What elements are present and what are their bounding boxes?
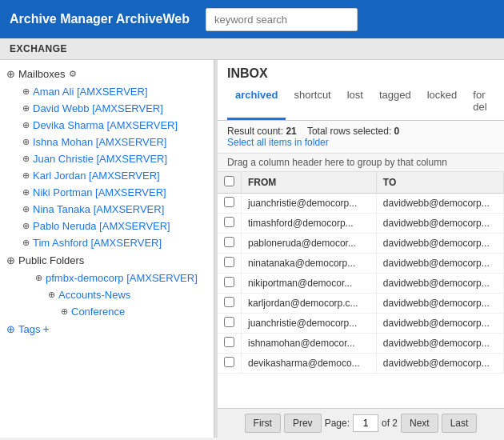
sidebar-item-amanali[interactable]: ⊕ Aman Ali [AMXSERVER] [0, 83, 214, 100]
table-row[interactable]: pabloneruda@democor... davidwebb@democor… [218, 234, 504, 254]
sidebar-item-juanchristie[interactable]: ⊕ Juan Christie [AMXSERVER] [0, 150, 214, 167]
content-area: INBOX archived shortcut lost tagged lock… [218, 60, 504, 438]
row-to: davidwebb@democorp... [376, 194, 503, 214]
circle-plus-icon: ⊕ [22, 103, 30, 114]
row-checkbox[interactable] [224, 237, 234, 247]
table-row[interactable]: nikiportman@democor... davidwebb@democor… [218, 274, 504, 294]
circle-plus-icon: ⊕ [22, 238, 30, 248]
search-input[interactable] [206, 8, 358, 31]
row-to: davidwebb@democorp... [376, 234, 503, 254]
table-row[interactable]: ninatanaka@democorp... davidwebb@democor… [218, 254, 504, 274]
row-from: pabloneruda@democor... [242, 234, 377, 254]
table-row[interactable]: devikasharma@democo... davidwebb@democor… [218, 354, 504, 374]
row-from: juanchristie@democorp... [242, 314, 377, 334]
app-title: Archive Manager ArchiveWeb [10, 12, 190, 26]
result-count-label: Result count: [227, 126, 283, 137]
sidebar-item-ishnamohan[interactable]: ⊕ Ishna Mohan [AMXSERVER] [0, 134, 214, 150]
sidebar-item-karljordan[interactable]: ⊕ Karl Jordan [AMXSERVER] [0, 167, 214, 184]
row-checkbox[interactable] [224, 197, 234, 207]
row-checkbox-cell[interactable] [218, 354, 242, 374]
exchange-label: EXCHANGE [10, 43, 67, 54]
row-to: davidwebb@democorp... [376, 294, 503, 314]
table-row[interactable]: juanchristie@democorp... davidwebb@democ… [218, 194, 504, 214]
sidebar-item-conference[interactable]: ⊕ Conference [0, 303, 214, 320]
row-to: davidwebb@democorp... [376, 314, 503, 334]
row-checkbox[interactable] [224, 257, 234, 267]
total-rows-value: 0 [394, 126, 400, 137]
result-count-value: 21 [286, 126, 296, 137]
app-header: Archive Manager ArchiveWeb [0, 0, 504, 38]
row-checkbox-cell[interactable] [218, 234, 242, 254]
tab-fordel[interactable]: for del [465, 84, 494, 120]
row-checkbox-cell[interactable] [218, 314, 242, 334]
col-select-all[interactable] [218, 172, 242, 194]
sub-header: EXCHANGE [0, 38, 504, 60]
row-checkbox-cell[interactable] [218, 254, 242, 274]
col-to-header[interactable]: TO [376, 172, 503, 194]
next-button[interactable]: Next [401, 414, 438, 433]
sidebar-item-label: Aman Ali [AMXSERVER] [33, 86, 148, 98]
tab-locked[interactable]: locked [419, 84, 466, 120]
inbox-title: INBOX [218, 60, 504, 81]
table-row[interactable]: juanchristie@democorp... davidwebb@democ… [218, 314, 504, 334]
tabs-bar: archived shortcut lost tagged locked for… [218, 84, 504, 121]
circle-plus-icon: ⊕ [22, 204, 30, 214]
tab-lost[interactable]: lost [339, 84, 371, 120]
row-checkbox-cell[interactable] [218, 294, 242, 314]
page-input[interactable] [353, 414, 378, 432]
last-button[interactable]: Last [442, 414, 478, 433]
table-row[interactable]: ishnamohan@democor... davidwebb@democorp… [218, 334, 504, 354]
sidebar-item-label: Conference [71, 306, 125, 318]
row-checkbox[interactable] [224, 297, 234, 307]
select-all-link[interactable]: Select all items in folder [227, 137, 329, 148]
sidebar-publicfolders-header[interactable]: ⊕ Public Folders [0, 251, 214, 270]
row-checkbox[interactable] [224, 217, 234, 227]
sidebar-item-label: Accounts-News [58, 289, 130, 301]
circle-plus-icon: ⊕ [48, 290, 55, 300]
sidebar-item-davidwebb[interactable]: ⊕ David Webb [AMXSERVER] [0, 100, 214, 117]
sidebar-mailboxes-header[interactable]: ⊕ Mailboxes ⚙ [0, 65, 214, 83]
first-button[interactable]: First [245, 414, 281, 433]
col-from-header[interactable]: FROM [242, 172, 377, 194]
sidebar: ⊕ Mailboxes ⚙ ⊕ Aman Ali [AMXSERVER] ⊕ D… [0, 60, 214, 438]
sidebar-item-pabloneruda[interactable]: ⊕ Pablo Neruda [AMXSERVER] [0, 218, 214, 234]
row-checkbox[interactable] [224, 357, 234, 367]
row-checkbox[interactable] [224, 317, 234, 327]
sidebar-item-label: Karl Jordan [AMXSERVER] [33, 170, 160, 182]
prev-button[interactable]: Prev [284, 414, 322, 433]
sidebar-item-label: Ishna Mohan [AMXSERVER] [33, 136, 166, 148]
sidebar-item-devikasharma[interactable]: ⊕ Devika Sharma [AMXSERVER] [0, 117, 214, 134]
tab-tagged[interactable]: tagged [371, 84, 419, 120]
sidebar-item-label: Pablo Neruda [AMXSERVER] [33, 220, 170, 232]
row-checkbox[interactable] [224, 337, 234, 347]
row-checkbox[interactable] [224, 277, 234, 287]
result-info: Result count: 21 Total rows selected: 0 … [218, 121, 504, 154]
table-row[interactable]: karljordan@democorp.c... davidwebb@democ… [218, 294, 504, 314]
sidebar-item-label: Devika Sharma [AMXSERVER] [33, 119, 178, 131]
circle-plus-icon: ⊕ [22, 187, 30, 198]
row-checkbox-cell[interactable] [218, 334, 242, 354]
sidebar-item-timashford[interactable]: ⊕ Tim Ashford [AMXSERVER] [0, 234, 214, 251]
add-tag-icon[interactable]: + [42, 322, 49, 335]
row-checkbox-cell[interactable] [218, 194, 242, 214]
tab-shortcut[interactable]: shortcut [286, 84, 338, 120]
pagination-bar: First Prev Page: of 2 Next Last [218, 408, 504, 438]
select-all-checkbox[interactable] [224, 176, 234, 186]
sidebar-item-accounts-news[interactable]: ⊕ Accounts-News [0, 286, 214, 303]
row-from: ishnamohan@democor... [242, 334, 377, 354]
tab-archived[interactable]: archived [227, 84, 286, 120]
sidebar-item-ninatanaka[interactable]: ⊕ Nina Tanaka [AMXSERVER] [0, 201, 214, 218]
main-layout: ⊕ Mailboxes ⚙ ⊕ Aman Ali [AMXSERVER] ⊕ D… [0, 60, 504, 438]
row-to: davidwebb@democorp... [376, 274, 503, 294]
row-checkbox-cell[interactable] [218, 214, 242, 234]
sidebar-tags-header[interactable]: ⊕ Tags + [0, 320, 214, 338]
mailboxes-settings-icon: ⚙ [69, 69, 77, 79]
row-checkbox-cell[interactable] [218, 274, 242, 294]
row-to: davidwebb@democorp... [376, 254, 503, 274]
sidebar-item-nikiportman[interactable]: ⊕ Niki Portman [AMXSERVER] [0, 184, 214, 201]
of-label: of 2 [382, 418, 398, 429]
circle-plus-icon: ⊕ [22, 86, 30, 97]
sidebar-item-pfmbx[interactable]: ⊕ pfmbx-democorp [AMXSERVER] [0, 270, 214, 286]
table-row[interactable]: timashford@democorp... davidwebb@democor… [218, 214, 504, 234]
tags-label: Tags [18, 323, 40, 335]
